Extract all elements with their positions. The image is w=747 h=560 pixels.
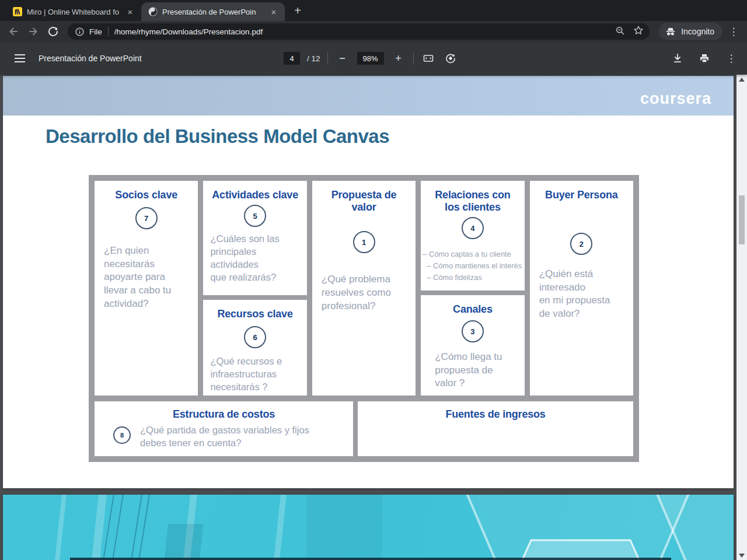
- cell-title: Propuesta de valor: [312, 189, 416, 214]
- cell-number-badge: 6: [244, 326, 266, 348]
- pdf-action-buttons: ⋮: [670, 42, 739, 75]
- cell-number-badge: 1: [353, 231, 375, 253]
- tab-strip: Miro | Online Whiteboard fo × Presentaci…: [0, 0, 747, 21]
- page-info-icon[interactable]: [75, 27, 85, 37]
- browser-window: Miro | Online Whiteboard fo × Presentaci…: [0, 0, 747, 560]
- address-bar: File /home/rhyme/Downloads/Presentacion.…: [0, 21, 747, 42]
- incognito-label: Incognito: [681, 27, 714, 36]
- canvas-cell-relaciones-clientes: Relaciones con los clientes 4 – Cómo cap…: [421, 181, 524, 290]
- tab-presentacion[interactable]: Presentación de PowerPoin ×: [141, 2, 285, 21]
- cell-number-badge: 3: [462, 320, 484, 342]
- toolbar-divider: [413, 52, 414, 64]
- zoom-in-button[interactable]: +: [391, 51, 406, 66]
- pdf-more-options-button[interactable]: ⋮: [724, 52, 739, 65]
- canvas-cell-canales: Canales 3 ¿Cómo llega tu propuesta de va…: [421, 295, 524, 396]
- reload-button[interactable]: [44, 23, 62, 40]
- cell-title: Actividades clave: [203, 189, 306, 201]
- scroll-down-arrow[interactable]: [736, 551, 747, 560]
- zoom-page-icon[interactable]: [615, 26, 625, 38]
- canvas-cell-recursos-clave: Recursos clave 6 ¿Qué recursos e infraes…: [203, 300, 306, 396]
- scroll-up-arrow[interactable]: [736, 75, 747, 84]
- url-input[interactable]: File /home/rhyme/Downloads/Presentacion.…: [68, 23, 650, 40]
- cell-body-text: ¿Cómo llega tu propuesta de valor ?: [435, 351, 516, 390]
- slide-bottom-bar: [70, 558, 671, 560]
- zoom-level-value: 98%: [357, 52, 384, 65]
- pdf-viewer: coursera Desarrollo del Business Model C…: [0, 75, 747, 560]
- cell-body-text: ¿Qué problema resuelves como profesional…: [322, 273, 407, 313]
- cell-title: Relaciones con los clientes: [421, 189, 524, 214]
- cell-number-badge: 2: [570, 233, 592, 255]
- hexagon-decoration: [3, 495, 734, 560]
- canvas-cell-fuentes-de-ingresos: Fuentes de ingresos: [358, 401, 633, 456]
- canvas-cell-buyer-persona: Buyer Persona 2 ¿Quién está interesado e…: [530, 181, 633, 396]
- pdf-page-4: coursera Desarrollo del Business Model C…: [3, 76, 734, 488]
- cell-body-text: ¿Quién está interesado en mi propuesta d…: [539, 268, 625, 320]
- zoom-out-button[interactable]: −: [335, 51, 350, 66]
- cell-body-text: – Cómo captas a tu cliente – Cómo mantie…: [427, 249, 522, 283]
- pdf-page-controls: 4 / 12 − 98% +: [284, 42, 458, 75]
- browser-menu-button[interactable]: ⋮: [726, 26, 741, 38]
- tab-close-icon[interactable]: ×: [125, 6, 135, 17]
- slide-header-band: coursera: [3, 76, 734, 116]
- back-button[interactable]: [5, 23, 22, 40]
- cell-number-badge: 7: [135, 207, 158, 229]
- page-number-input[interactable]: 4: [284, 52, 300, 65]
- pdf-menu-icon[interactable]: [8, 47, 32, 70]
- incognito-badge: Incognito: [659, 23, 722, 40]
- print-icon[interactable]: [697, 51, 712, 66]
- pdf-page-5-partial: [3, 495, 734, 560]
- scrollbar-thumb[interactable]: [739, 195, 745, 244]
- bookmark-star-icon[interactable]: [633, 25, 644, 38]
- canvas-cell-actividades-clave: Actividades clave 5 ¿Cuáles son las prin…: [203, 181, 306, 295]
- rotate-button[interactable]: [443, 51, 458, 66]
- cell-title: Fuentes de ingresos: [358, 408, 633, 421]
- cell-title: Socios clave: [95, 189, 198, 201]
- pdf-document-title: Presentación de PowerPoint: [39, 54, 142, 63]
- pdf-toolbar: Presentación de PowerPoint 4 / 12 − 98% …: [0, 42, 747, 75]
- cell-title: Estructura de costos: [95, 408, 353, 421]
- cell-number-badge: 5: [244, 205, 266, 227]
- cell-title: Canales: [421, 303, 524, 316]
- cell-number-badge: 8: [113, 426, 131, 444]
- vertical-scrollbar[interactable]: [736, 75, 747, 560]
- tab-title: Miro | Online Whiteboard fo: [27, 8, 120, 16]
- forward-button[interactable]: [25, 23, 42, 40]
- fit-to-page-button[interactable]: [421, 51, 436, 66]
- business-model-canvas: Socios clave 7 ¿En quien necesitarás apo…: [89, 175, 639, 462]
- canvas-cell-propuesta-de-valor: Propuesta de valor 1 ¿Qué problema resue…: [312, 181, 416, 396]
- cell-body-text: ¿En quien necesitarás apoyarte para llev…: [104, 244, 190, 310]
- url-divider: [108, 27, 109, 36]
- download-icon[interactable]: [670, 51, 685, 66]
- cell-body-text: ¿Cuáles son las principales actividades …: [210, 233, 298, 284]
- cell-body-text: ¿Qué recursos e infraestructuras necesit…: [210, 355, 298, 394]
- miro-favicon-icon: [13, 7, 22, 16]
- page-total-label: / 12: [307, 54, 320, 63]
- cell-number-badge: 4: [462, 217, 484, 239]
- toolbar-divider: [327, 52, 328, 64]
- canvas-cell-estructura-de-costos: Estructura de costos 8 ¿Qué partida de g…: [95, 401, 353, 456]
- coursera-logo: coursera: [640, 90, 711, 108]
- url-scheme-label: File: [89, 27, 102, 36]
- cell-title: Buyer Persona: [530, 189, 633, 201]
- tab-title: Presentación de PowerPoin: [162, 8, 264, 16]
- canvas-cell-socios-clave: Socios clave 7 ¿En quien necesitarás apo…: [95, 181, 198, 396]
- slide-title: Desarrollo del Business Model Canvas: [46, 125, 389, 148]
- pdf-favicon-icon: [148, 7, 158, 16]
- cell-title: Recursos clave: [203, 308, 306, 320]
- incognito-icon: [665, 26, 676, 37]
- tab-miro[interactable]: Miro | Online Whiteboard fo ×: [6, 2, 141, 21]
- tab-close-icon[interactable]: ×: [268, 6, 279, 17]
- url-path: /home/rhyme/Downloads/Presentacion.pdf: [114, 27, 610, 36]
- cell-body-text: ¿Qué partida de gastos variables y fijos…: [140, 424, 309, 450]
- new-tab-button[interactable]: +: [289, 2, 306, 19]
